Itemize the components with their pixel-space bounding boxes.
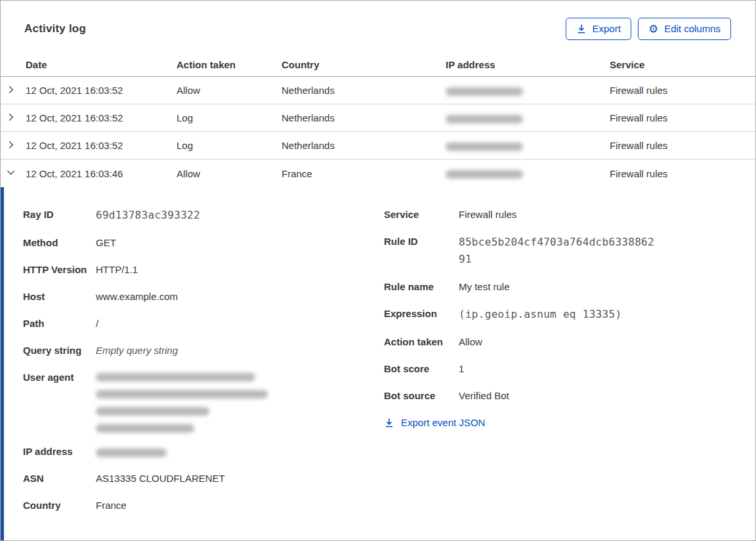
detail-value: France [96, 498, 384, 513]
detail-item-query-string: Query string Empty query string [23, 343, 384, 358]
row-date: 12 Oct, 2021 16:03:46 [26, 168, 177, 179]
export-button-label: Export [593, 23, 621, 35]
detail-value: 69d13783ac393322 [96, 207, 294, 224]
detail-value: Empty query string [96, 343, 384, 358]
row-action-taken: Allow [177, 85, 282, 96]
detail-label: Action taken [384, 334, 459, 350]
row-date: 12 Oct, 2021 16:03:52 [26, 140, 177, 151]
detail-item-ip-address: IP address [23, 444, 384, 460]
column-header-country: Country [282, 59, 446, 70]
chevron-right-icon [6, 112, 16, 124]
detail-value: (ip.geoip.asnum eq 13335) [459, 306, 657, 323]
row-date: 12 Oct, 2021 16:03:52 [26, 85, 177, 96]
detail-label: Path [23, 316, 96, 332]
detail-item-bot-score: Bot score 1 [384, 361, 755, 377]
row-service: Firewall rules [610, 168, 755, 179]
detail-item-expression: Expression (ip.geoip.asnum eq 13335) [384, 306, 755, 323]
gear-icon: ⚙ [648, 24, 658, 35]
expand-toggle[interactable] [1, 85, 26, 97]
row-action-taken: Log [177, 112, 282, 123]
detail-label: HTTP Version [23, 262, 96, 278]
detail-label: Host [23, 289, 96, 305]
redacted-ip-value [446, 115, 523, 123]
detail-value: AS13335 CLOUDFLARENET [96, 471, 384, 487]
redacted-ip-value [96, 448, 167, 457]
detail-value: / [96, 316, 384, 332]
row-country: France [282, 168, 446, 179]
export-button[interactable]: Export [566, 18, 631, 40]
detail-label: Query string [23, 343, 96, 358]
toolbar: Export ⚙ Edit columns [566, 18, 731, 40]
detail-item-country: Country France [23, 498, 384, 513]
detail-label: Bot score [384, 361, 459, 377]
download-icon [384, 418, 394, 428]
detail-label: Rule ID [384, 234, 459, 268]
detail-value: 85bce5b204cf4703a764dcb633886291 [459, 234, 657, 268]
detail-item-service: Service Firewall rules [384, 207, 755, 223]
detail-value: www.example.com [96, 289, 384, 305]
detail-value: HTTP/1.1 [96, 262, 384, 278]
detail-item-action-taken: Action taken Allow [384, 334, 755, 350]
column-header-ip-address: IP address [446, 59, 610, 70]
edit-columns-button-label: Edit columns [664, 23, 721, 35]
detail-item-rule-id: Rule ID 85bce5b204cf4703a764dcb633886291 [384, 234, 755, 268]
detail-label: ASN [23, 471, 96, 487]
detail-item-bot-source: Bot source Verified Bot [384, 388, 755, 404]
column-header-service: Service [610, 59, 755, 70]
chevron-right-icon [6, 85, 16, 97]
detail-label: Service [384, 207, 459, 223]
page-title: Activity log [24, 22, 86, 35]
column-header-date: Date [26, 59, 177, 70]
detail-label: Bot source [384, 388, 459, 404]
row-service: Firewall rules [610, 85, 755, 96]
detail-item-rule-name: Rule name My test rule [384, 279, 755, 295]
detail-label: IP address [23, 444, 96, 460]
event-detail-panel: Ray ID 69d13783ac393322 Method GET HTTP … [1, 187, 755, 540]
expand-toggle[interactable] [1, 140, 26, 152]
detail-value: Verified Bot [459, 388, 755, 404]
detail-item-user-agent: User agent [23, 370, 384, 433]
detail-column-left: Ray ID 69d13783ac393322 Method GET HTTP … [23, 207, 384, 540]
table-header-row: Date Action taken Country IP address Ser… [1, 53, 755, 77]
row-action-taken: Log [177, 140, 282, 151]
export-event-json-link[interactable]: Export event JSON [384, 415, 755, 431]
detail-label: Country [23, 498, 96, 513]
row-action-taken: Allow [177, 168, 282, 179]
chevron-down-icon [6, 167, 16, 179]
detail-value: My test rule [459, 279, 755, 295]
detail-item-ray-id: Ray ID 69d13783ac393322 [23, 207, 384, 224]
row-service: Firewall rules [610, 112, 755, 123]
detail-column-right: Service Firewall rules Rule ID 85bce5b20… [384, 207, 755, 540]
detail-item-host: Host www.example.com [23, 289, 384, 305]
redacted-ip-value [446, 142, 523, 151]
table-row[interactable]: 12 Oct, 2021 16:03:52 Log Netherlands Fi… [1, 104, 755, 132]
row-service: Firewall rules [610, 140, 755, 151]
detail-value: 1 [459, 361, 755, 377]
row-country: Netherlands [282, 112, 446, 123]
expand-toggle[interactable] [1, 112, 26, 124]
table-row[interactable]: 12 Oct, 2021 16:03:52 Allow Netherlands … [1, 77, 755, 104]
detail-label: User agent [23, 370, 96, 433]
detail-value: Firewall rules [459, 207, 755, 223]
detail-label: Ray ID [23, 207, 96, 224]
detail-label: Rule name [384, 279, 459, 295]
column-header-action-taken: Action taken [177, 59, 282, 70]
chevron-right-icon [6, 140, 16, 152]
table-row-expanded[interactable]: 12 Oct, 2021 16:03:46 Allow France Firew… [1, 160, 755, 187]
redacted-ip-value [446, 170, 523, 179]
detail-label: Expression [384, 306, 459, 323]
table-row[interactable]: 12 Oct, 2021 16:03:52 Log Netherlands Fi… [1, 132, 755, 160]
detail-item-method: Method GET [23, 235, 384, 251]
detail-value: GET [96, 235, 384, 251]
download-icon [576, 24, 587, 34]
row-date: 12 Oct, 2021 16:03:52 [26, 112, 177, 123]
redacted-user-agent [96, 370, 384, 433]
detail-item-http-version: HTTP Version HTTP/1.1 [23, 262, 384, 278]
row-country: Netherlands [282, 85, 446, 96]
detail-value: Allow [459, 334, 755, 350]
detail-item-path: Path / [23, 316, 384, 332]
detail-item-asn: ASN AS13335 CLOUDFLARENET [23, 471, 384, 487]
edit-columns-button[interactable]: ⚙ Edit columns [638, 18, 731, 40]
export-event-json-label: Export event JSON [401, 415, 485, 431]
expand-toggle[interactable] [1, 167, 26, 179]
